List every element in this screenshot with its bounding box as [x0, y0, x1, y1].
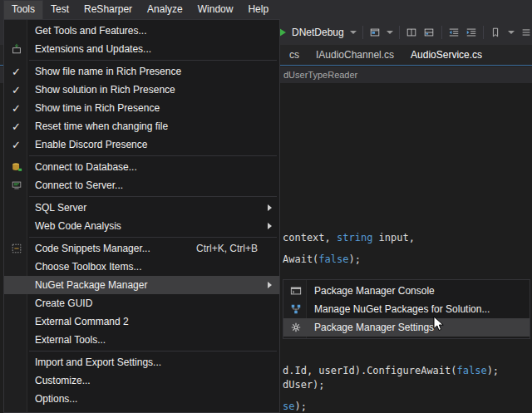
checkmark-icon: ✓	[4, 99, 28, 117]
menubar-item-resharper[interactable]: ReSharper	[76, 0, 140, 19]
indent-increase-icon[interactable]	[466, 25, 477, 40]
code-text: );	[294, 401, 306, 412]
menu-item-choose-toolbox-items[interactable]: Choose Toolbox Items...	[4, 258, 279, 276]
menu-item-label: Options...	[28, 393, 279, 405]
code-text: input,	[372, 232, 415, 243]
menu-separator	[29, 351, 277, 352]
menu-item-gutter	[4, 312, 28, 331]
menubar-item-help[interactable]: Help	[240, 0, 276, 19]
code-keyword: string	[337, 232, 372, 243]
code-keyword: false	[457, 365, 487, 376]
menu-item-external-tools[interactable]: External Tools...	[4, 331, 279, 349]
menu-item-sql-server[interactable]: SQL Server	[4, 199, 279, 217]
menu-item-gutter	[4, 217, 28, 235]
menubar-item-window[interactable]: Window	[190, 0, 241, 19]
nuget-submenu: Package Manager Console Manage NuGet Pac…	[283, 279, 530, 339]
server-icon	[4, 176, 28, 194]
menu-item-manage-nuget-packages-solution[interactable]: Manage NuGet Packages for Solution...	[283, 300, 530, 318]
menu-item-label: NuGet Package Manager	[28, 279, 268, 291]
code-line: se);	[283, 401, 307, 412]
menu-item-label: Package Manager Settings	[308, 322, 530, 333]
menu-item-import-export-settings[interactable]: Import and Export Settings...	[4, 353, 279, 371]
menu-item-label: Web Code Analysis	[28, 220, 268, 232]
menu-item-show-solution-rich-presence[interactable]: ✓ Show solution in Rich Presence	[4, 81, 279, 99]
code-text: context,	[283, 232, 337, 243]
menu-separator	[29, 155, 277, 156]
tab-audioservice[interactable]: AudioService.cs	[402, 45, 490, 65]
tab-iaudiochannel[interactable]: IAudioChannel.cs	[308, 45, 402, 65]
indent-decrease-icon[interactable]	[447, 25, 459, 40]
menubar-item-test[interactable]: Test	[43, 0, 76, 19]
menu-item-label: Import and Export Settings...	[28, 356, 279, 368]
menu-item-package-manager-console[interactable]: Package Manager Console	[283, 282, 530, 300]
toolbar-separator	[362, 26, 363, 39]
check-glyph: ✓	[12, 66, 21, 77]
menu-item-label: Reset time when changing file	[28, 120, 279, 132]
task-list-icon[interactable]	[520, 25, 532, 40]
menu-item-show-time-rich-presence[interactable]: ✓ Show time in Rich Presence	[4, 99, 279, 117]
menu-item-get-tools-and-features[interactable]: Get Tools and Features...	[4, 22, 279, 40]
code-text: d.Id, userId).ConfigureAwait(	[283, 365, 457, 376]
menu-item-options[interactable]: Options...	[4, 390, 279, 408]
menu-item-gutter	[4, 199, 28, 217]
menu-item-label: Connect to Database...	[28, 161, 279, 173]
chevron-down-icon[interactable]	[508, 31, 515, 34]
menu-item-show-file-name-rich-presence[interactable]: ✓ Show file name in Rich Presence	[4, 62, 279, 81]
split-pane-horizontal-icon[interactable]	[423, 25, 435, 40]
menu-item-nuget-package-manager[interactable]: NuGet Package Manager	[4, 276, 279, 294]
menu-item-external-command-2[interactable]: External Command 2	[4, 312, 279, 331]
code-line: context, string input,	[283, 232, 415, 243]
code-text: );	[487, 365, 499, 376]
menu-item-extensions-and-updates[interactable]: Extensions and Updates...	[4, 40, 279, 58]
menu-item-label: Choose Toolbox Items...	[28, 261, 279, 273]
menu-item-label: SQL Server	[28, 202, 268, 214]
breadcrumb-type-label: dUserTypeReader	[283, 70, 357, 80]
start-debug-icon[interactable]	[279, 28, 286, 37]
split-pane-vertical-icon[interactable]	[406, 25, 417, 40]
menubar-item-analyze[interactable]: Analyze	[140, 0, 190, 19]
menu-item-label: Show time in Rich Presence	[28, 102, 279, 114]
submenu-arrow-icon	[268, 223, 272, 229]
menu-item-gutter	[4, 371, 28, 390]
menu-item-label: External Tools...	[28, 334, 279, 346]
toolbar-separator	[399, 26, 400, 39]
tab-partial[interactable]: cs	[281, 45, 308, 65]
menu-item-label: Show file name in Rich Presence	[28, 66, 279, 77]
checkmark-icon: ✓	[4, 135, 28, 154]
code-keyword: se	[283, 401, 294, 412]
manage-packages-icon	[283, 300, 308, 318]
code-line: Await(false);	[283, 253, 361, 265]
menu-separator	[29, 60, 277, 61]
menu-item-package-manager-settings[interactable]: Package Manager Settings	[283, 318, 530, 337]
menu-item-label: Show solution in Rich Presence	[28, 84, 279, 96]
menu-item-web-code-analysis[interactable]: Web Code Analysis	[4, 217, 279, 235]
menu-item-connect-to-server[interactable]: Connect to Server...	[4, 176, 279, 194]
bookmark-icon[interactable]	[490, 25, 501, 40]
menu-item-create-guid[interactable]: Create GUID	[4, 294, 279, 312]
menu-item-gutter	[4, 331, 28, 349]
menu-item-connect-to-database[interactable]: Connect to Database...	[4, 158, 279, 176]
submenu-arrow-icon	[268, 282, 272, 288]
menu-item-customize[interactable]: Customize...	[4, 371, 279, 390]
code-text: dUser);	[283, 379, 325, 391]
checkmark-icon: ✓	[4, 62, 28, 81]
menubar-item-tools[interactable]: Tools	[3, 0, 43, 19]
check-glyph: ✓	[12, 103, 21, 114]
menu-separator	[29, 237, 277, 238]
vs-window: Tools Test ReSharper Analyze Window Help…	[0, 0, 532, 413]
chevron-down-icon[interactable]	[387, 31, 393, 34]
submenu-arrow-icon	[268, 204, 272, 211]
chevron-down-icon[interactable]	[350, 31, 357, 34]
menu-item-gutter	[4, 353, 28, 371]
run-config-label[interactable]: DNetDebug	[292, 27, 344, 38]
menu-item-label: Manage NuGet Packages for Solution...	[308, 303, 530, 315]
window-icon[interactable]	[369, 25, 381, 40]
menu-item-reset-time-changing-file[interactable]: ✓ Reset time when changing file	[4, 117, 279, 135]
menu-item-shortcut: Ctrl+K, Ctrl+B	[196, 243, 258, 254]
menu-item-enable-discord-presence[interactable]: ✓ Enable Discord Presence	[4, 135, 279, 154]
gear-icon	[283, 318, 308, 337]
mouse-cursor	[433, 316, 445, 336]
menu-item-label: Package Manager Console	[308, 285, 530, 297]
menu-item-code-snippets-manager[interactable]: Code Snippets Manager... Ctrl+K, Ctrl+B	[4, 239, 279, 258]
code-snippets-icon	[4, 239, 28, 258]
